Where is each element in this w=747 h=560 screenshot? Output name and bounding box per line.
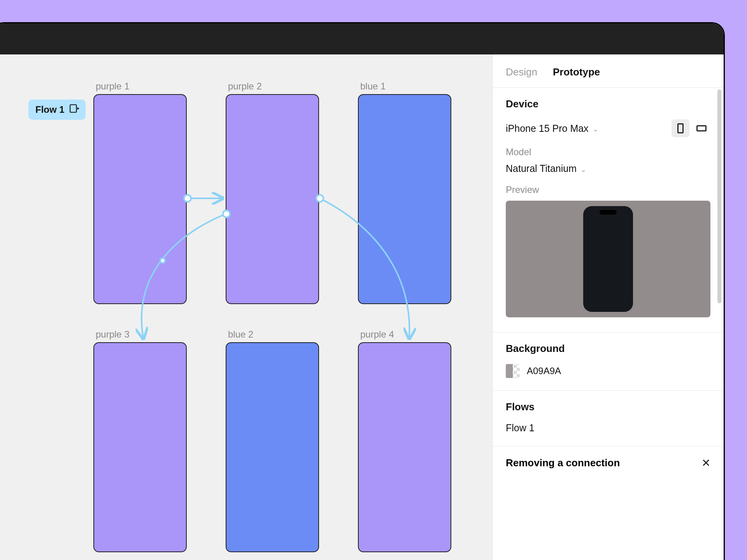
svg-rect-0 [70,105,76,112]
section-notification: Removing a connection ✕ [493,446,724,482]
device-selected: iPhone 15 Pro Max [506,123,589,134]
frame-purple-4[interactable]: purple 4 [358,342,451,552]
landscape-icon [696,125,707,131]
frame-purple-1[interactable]: purple 1 [93,94,187,304]
inspector-scrollbar[interactable] [717,89,721,303]
frame-label: purple 4 [360,329,394,340]
frame-label: blue 1 [360,81,386,92]
device-dropdown[interactable]: iPhone 15 Pro Max ⌄ [506,123,598,134]
connection-node[interactable] [316,194,324,203]
frame-purple-3[interactable]: purple 3 [93,342,187,552]
frame-label: purple 3 [96,329,130,340]
tab-design[interactable]: Design [506,66,537,78]
background-color-row[interactable]: A09A9A [506,364,710,378]
connection-midpoint[interactable] [160,257,166,264]
portrait-icon [677,123,684,133]
background-section-title: Background [506,343,710,355]
section-device: Device iPhone 15 Pro Max ⌄ Model Natural… [493,88,724,332]
close-icon[interactable]: ✕ [701,457,710,469]
connection-node[interactable] [222,210,231,218]
frame-blue-2[interactable]: blue 2 [226,342,319,552]
inspector-panel: Design Prototype Device iPhone 15 Pro Ma… [492,54,724,560]
play-flow-icon [69,103,79,116]
chevron-down-icon: ⌄ [593,125,598,133]
section-background: Background A09A9A [493,332,724,390]
section-flows: Flows Flow 1 [493,390,724,446]
app-window: Flow 1 purple 1 purple 2 blue 1 [0,23,724,560]
title-bar [0,23,724,54]
flows-section-title: Flows [506,401,710,413]
tab-prototype[interactable]: Prototype [553,66,600,78]
frame-label: purple 1 [96,81,130,92]
svg-marker-1 [77,107,79,110]
frame-label: purple 2 [228,81,262,92]
flow-start-badge[interactable]: Flow 1 [28,100,86,120]
frame-label: blue 2 [228,329,253,340]
phone-mock-icon [583,206,633,312]
inspector-tabs: Design Prototype [493,54,724,88]
model-dropdown[interactable]: Natural Titanium ⌄ [506,163,710,174]
app-body: Flow 1 purple 1 purple 2 blue 1 [0,54,724,560]
device-preview [506,201,710,317]
notification-title: Removing a connection [506,457,620,469]
model-selected: Natural Titanium [506,163,577,174]
device-section-title: Device [506,98,710,110]
orientation-toggle [672,119,710,137]
flow-list-item[interactable]: Flow 1 [506,422,710,434]
background-hex: A09A9A [527,366,561,376]
background-swatch[interactable] [506,364,520,378]
prototype-canvas[interactable]: Flow 1 purple 1 purple 2 blue 1 [0,54,492,560]
chevron-down-icon: ⌄ [580,165,586,174]
model-label: Model [506,147,710,158]
orientation-portrait[interactable] [672,119,689,137]
preview-label: Preview [506,184,710,195]
frame-blue-1[interactable]: blue 1 [358,94,451,304]
orientation-landscape[interactable] [693,119,710,137]
frame-purple-2[interactable]: purple 2 [226,94,319,304]
connection-node[interactable] [183,194,192,203]
flow-badge-label: Flow 1 [35,104,65,115]
